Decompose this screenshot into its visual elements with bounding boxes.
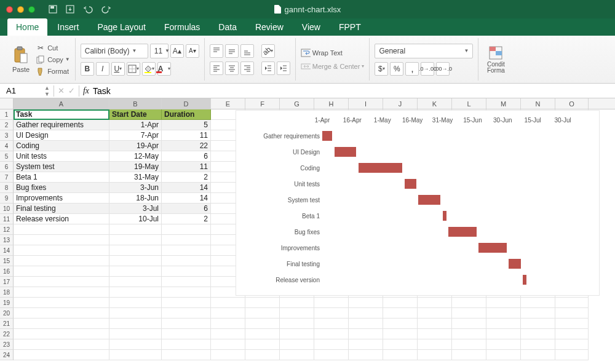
align-right-button[interactable]	[240, 61, 254, 75]
cell[interactable]: 31-May	[109, 172, 162, 183]
cell[interactable]	[349, 308, 383, 318]
row-header[interactable]: 6	[0, 162, 14, 172]
cell[interactable]	[109, 298, 162, 308]
formula-input[interactable]	[93, 86, 611, 96]
font-size-select[interactable]: 11▼	[150, 44, 169, 58]
cell[interactable]	[211, 329, 245, 339]
column-header-B[interactable]: B	[109, 98, 162, 109]
cell[interactable]	[109, 308, 162, 318]
italic-button[interactable]: I	[96, 62, 109, 76]
format-painter-button[interactable]: Format	[36, 66, 70, 76]
cell[interactable]	[14, 277, 109, 287]
cell[interactable]	[14, 287, 109, 298]
tab-home[interactable]: Home	[7, 18, 47, 36]
paste-button[interactable]: Paste	[10, 45, 32, 74]
decrease-font-button[interactable]: A▾	[186, 44, 199, 58]
increase-decimal-button[interactable]: .0→.00	[421, 62, 434, 76]
cell[interactable]	[555, 298, 589, 308]
cell[interactable]	[418, 308, 452, 318]
chart-bar[interactable]	[359, 163, 403, 173]
cell[interactable]	[521, 318, 555, 329]
tab-review[interactable]: Review	[247, 18, 292, 36]
cell[interactable]	[452, 350, 486, 360]
cell[interactable]	[418, 350, 452, 360]
gantt-chart[interactable]: 1-Apr16-Apr1-May16-May31-May15-Jun30-Jun…	[236, 111, 599, 295]
cell[interactable]	[109, 224, 162, 235]
cell[interactable]	[211, 350, 245, 360]
cell[interactable]: 2	[162, 214, 211, 224]
save-as-icon[interactable]	[66, 5, 74, 14]
cell[interactable]	[486, 298, 521, 308]
cell[interactable]	[280, 318, 314, 329]
decrease-decimal-button[interactable]: .00→.0	[436, 62, 450, 76]
chart-bar[interactable]	[322, 131, 332, 141]
decrease-indent-button[interactable]	[261, 61, 275, 75]
cell[interactable]: Improvements	[14, 193, 109, 204]
chart-bar[interactable]	[523, 275, 527, 285]
column-header-D[interactable]: D	[162, 98, 211, 109]
chart-bar[interactable]	[405, 179, 417, 189]
cell[interactable]: Final testing	[14, 204, 109, 214]
cell[interactable]	[14, 308, 109, 318]
cell[interactable]	[314, 329, 349, 339]
cell[interactable]	[162, 339, 211, 350]
cell[interactable]	[109, 318, 162, 329]
cell[interactable]	[162, 308, 211, 318]
row-header[interactable]: 22	[0, 329, 14, 339]
chart-bar[interactable]	[448, 227, 477, 237]
row-header[interactable]: 21	[0, 318, 14, 329]
cell[interactable]: 7-Apr	[109, 130, 162, 141]
cell[interactable]	[109, 329, 162, 339]
cell[interactable]	[418, 339, 452, 350]
align-center-button[interactable]	[225, 61, 239, 75]
cell[interactable]: 14	[162, 183, 211, 193]
row-header[interactable]: 10	[0, 204, 14, 214]
cell[interactable]: 6	[162, 151, 211, 162]
column-header-O[interactable]: O	[555, 98, 589, 109]
cell[interactable]: Task	[14, 109, 109, 120]
cell[interactable]	[383, 350, 418, 360]
cell[interactable]	[162, 235, 211, 245]
cell[interactable]	[14, 318, 109, 329]
fx-icon[interactable]: fx	[83, 86, 89, 96]
cell[interactable]	[486, 308, 521, 318]
row-header[interactable]: 8	[0, 183, 14, 193]
cell[interactable]	[162, 256, 211, 266]
cell[interactable]	[452, 318, 486, 329]
increase-font-button[interactable]: A▴	[170, 44, 184, 58]
redo-icon[interactable]	[101, 5, 111, 14]
column-header-A[interactable]: A	[14, 98, 109, 109]
column-headers[interactable]: ABDEFGHIJKLMNO	[0, 98, 615, 109]
cell[interactable]	[521, 329, 555, 339]
cell[interactable]	[245, 308, 280, 318]
cell[interactable]	[555, 350, 589, 360]
cell[interactable]	[14, 298, 109, 308]
cell[interactable]	[109, 350, 162, 360]
chart-bar[interactable]	[335, 147, 357, 157]
cancel-formula-icon[interactable]: ✕	[58, 86, 65, 95]
cell[interactable]	[314, 350, 349, 360]
row-header[interactable]: 17	[0, 277, 14, 287]
select-all-corner[interactable]	[0, 98, 14, 109]
cell[interactable]	[280, 350, 314, 360]
name-box-dropdown-icon[interactable]: ▲▼	[44, 85, 50, 97]
cell[interactable]	[245, 298, 280, 308]
cell[interactable]	[245, 329, 280, 339]
row-header[interactable]: 11	[0, 214, 14, 224]
name-box[interactable]	[4, 85, 41, 97]
align-middle-button[interactable]	[225, 44, 239, 58]
cell[interactable]: 14	[162, 193, 211, 204]
row-header[interactable]: 16	[0, 266, 14, 277]
tab-insert[interactable]: Insert	[49, 18, 87, 36]
row-header[interactable]: 12	[0, 224, 14, 235]
cell[interactable]	[314, 318, 349, 329]
cell[interactable]	[162, 350, 211, 360]
cell[interactable]: 18-Jun	[109, 193, 162, 204]
cell[interactable]	[211, 308, 245, 318]
cell[interactable]	[555, 329, 589, 339]
cell[interactable]	[314, 298, 349, 308]
cell[interactable]	[555, 339, 589, 350]
cell[interactable]	[486, 329, 521, 339]
cell[interactable]	[383, 329, 418, 339]
cell[interactable]: 3-Jul	[109, 204, 162, 214]
